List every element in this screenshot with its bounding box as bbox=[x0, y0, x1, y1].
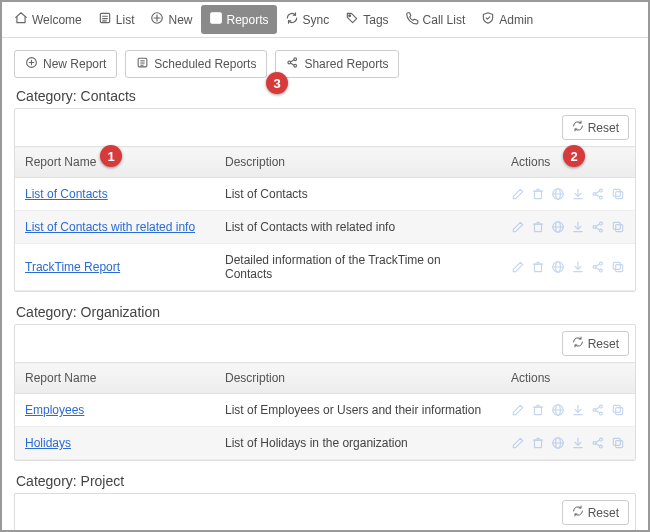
col-header-name[interactable]: Report Name bbox=[15, 363, 215, 394]
edit-icon[interactable] bbox=[511, 436, 525, 450]
copy-icon[interactable] bbox=[611, 187, 625, 201]
delete-icon[interactable] bbox=[531, 436, 545, 450]
svg-line-80 bbox=[596, 411, 600, 413]
nav-label: Welcome bbox=[32, 13, 82, 27]
report-toolbar: New Report Scheduled Reports Shared Repo… bbox=[14, 50, 636, 78]
button-label: Reset bbox=[588, 337, 619, 351]
svg-rect-51 bbox=[616, 225, 623, 232]
share-icon bbox=[286, 56, 299, 72]
svg-rect-36 bbox=[616, 192, 623, 199]
report-link[interactable]: TrackTime Report bbox=[25, 260, 120, 274]
chart-icon bbox=[209, 11, 223, 28]
download-icon[interactable] bbox=[571, 220, 585, 234]
share-icon[interactable] bbox=[591, 436, 605, 450]
download-icon[interactable] bbox=[571, 187, 585, 201]
category-box: Reset Report Name Description Actions Li… bbox=[14, 108, 636, 292]
nav-call-list[interactable]: Call List bbox=[397, 5, 474, 34]
share-icon[interactable] bbox=[591, 220, 605, 234]
svg-rect-68 bbox=[535, 407, 542, 415]
svg-line-64 bbox=[596, 264, 600, 266]
copy-icon[interactable] bbox=[611, 436, 625, 450]
nav-new[interactable]: New bbox=[142, 5, 200, 34]
report-link[interactable]: List of Contacts with related info bbox=[25, 220, 195, 234]
edit-icon[interactable] bbox=[511, 220, 525, 234]
actions-cell bbox=[511, 260, 625, 274]
reset-button[interactable]: Reset bbox=[562, 500, 629, 525]
svg-line-21 bbox=[291, 60, 295, 62]
download-icon[interactable] bbox=[571, 403, 585, 417]
phone-icon bbox=[405, 11, 419, 28]
download-icon[interactable] bbox=[571, 436, 585, 450]
globe-icon[interactable] bbox=[551, 187, 565, 201]
shared-reports-button[interactable]: Shared Reports bbox=[275, 50, 399, 78]
globe-icon[interactable] bbox=[551, 260, 565, 274]
copy-icon[interactable] bbox=[611, 403, 625, 417]
category-block: Category: OrganizationReset Report Name … bbox=[14, 304, 636, 461]
refresh-icon bbox=[572, 336, 584, 351]
report-desc: List of Contacts bbox=[215, 178, 501, 211]
category-box: Reset Report Name Description Actions Em… bbox=[14, 324, 636, 461]
nav-reports[interactable]: Reports bbox=[201, 5, 277, 34]
list-icon bbox=[98, 11, 112, 28]
callout-3: 3 bbox=[266, 72, 288, 94]
category-title: Category: Contacts bbox=[14, 88, 636, 104]
globe-icon[interactable] bbox=[551, 403, 565, 417]
table-row: Holidays List of Holidays in the organiz… bbox=[15, 427, 635, 460]
nav-admin[interactable]: Admin bbox=[473, 5, 541, 34]
copy-icon[interactable] bbox=[611, 260, 625, 274]
svg-line-34 bbox=[596, 191, 600, 193]
refresh-icon bbox=[572, 505, 584, 520]
category-block: Category: ContactsReset Report Name Desc… bbox=[14, 88, 636, 292]
nav-label: Reports bbox=[227, 13, 269, 27]
table-row: List of Contacts with related info List … bbox=[15, 211, 635, 244]
download-icon[interactable] bbox=[571, 260, 585, 274]
button-label: Reset bbox=[588, 506, 619, 520]
nav-welcome[interactable]: Welcome bbox=[6, 5, 90, 34]
col-header-actions[interactable]: Actions bbox=[501, 363, 635, 394]
scheduled-reports-button[interactable]: Scheduled Reports bbox=[125, 50, 267, 78]
report-link[interactable]: Holidays bbox=[25, 436, 71, 450]
col-header-desc[interactable]: Description bbox=[215, 147, 501, 178]
col-header-desc[interactable]: Description bbox=[215, 363, 501, 394]
svg-rect-7 bbox=[210, 13, 221, 24]
share-icon[interactable] bbox=[591, 403, 605, 417]
delete-icon[interactable] bbox=[531, 220, 545, 234]
globe-icon[interactable] bbox=[551, 436, 565, 450]
svg-rect-82 bbox=[613, 405, 620, 412]
reports-table: Report Name Description Actions List of … bbox=[15, 146, 635, 291]
nav-sync[interactable]: Sync bbox=[277, 5, 338, 34]
reset-button[interactable]: Reset bbox=[562, 331, 629, 356]
globe-icon[interactable] bbox=[551, 220, 565, 234]
delete-icon[interactable] bbox=[531, 187, 545, 201]
new-report-button[interactable]: New Report bbox=[14, 50, 117, 78]
share-icon[interactable] bbox=[591, 260, 605, 274]
svg-line-22 bbox=[291, 63, 295, 65]
report-desc: List of Employees or Users and their inf… bbox=[215, 394, 501, 427]
nav-tags[interactable]: Tags bbox=[337, 5, 396, 34]
report-desc: List of Contacts with related info bbox=[215, 211, 501, 244]
edit-icon[interactable] bbox=[511, 260, 525, 274]
edit-icon[interactable] bbox=[511, 187, 525, 201]
svg-line-94 bbox=[596, 440, 600, 442]
delete-icon[interactable] bbox=[531, 260, 545, 274]
copy-icon[interactable] bbox=[611, 220, 625, 234]
delete-icon[interactable] bbox=[531, 403, 545, 417]
table-row: List of Contacts List of Contacts bbox=[15, 178, 635, 211]
svg-line-35 bbox=[596, 195, 600, 197]
report-link[interactable]: Employees bbox=[25, 403, 84, 417]
report-link[interactable]: List of Contacts bbox=[25, 187, 108, 201]
svg-rect-83 bbox=[535, 440, 542, 448]
nav-list[interactable]: List bbox=[90, 5, 143, 34]
shield-icon bbox=[481, 11, 495, 28]
home-icon bbox=[14, 11, 28, 28]
edit-icon[interactable] bbox=[511, 403, 525, 417]
svg-rect-97 bbox=[613, 438, 620, 445]
svg-rect-96 bbox=[616, 441, 623, 448]
plus-icon bbox=[150, 11, 164, 28]
share-icon[interactable] bbox=[591, 187, 605, 201]
reset-button[interactable]: Reset bbox=[562, 115, 629, 140]
actions-cell bbox=[511, 187, 625, 201]
svg-rect-38 bbox=[535, 224, 542, 232]
report-desc: Detailed information of the TrackTime on… bbox=[215, 244, 501, 291]
nav-label: List bbox=[116, 13, 135, 27]
